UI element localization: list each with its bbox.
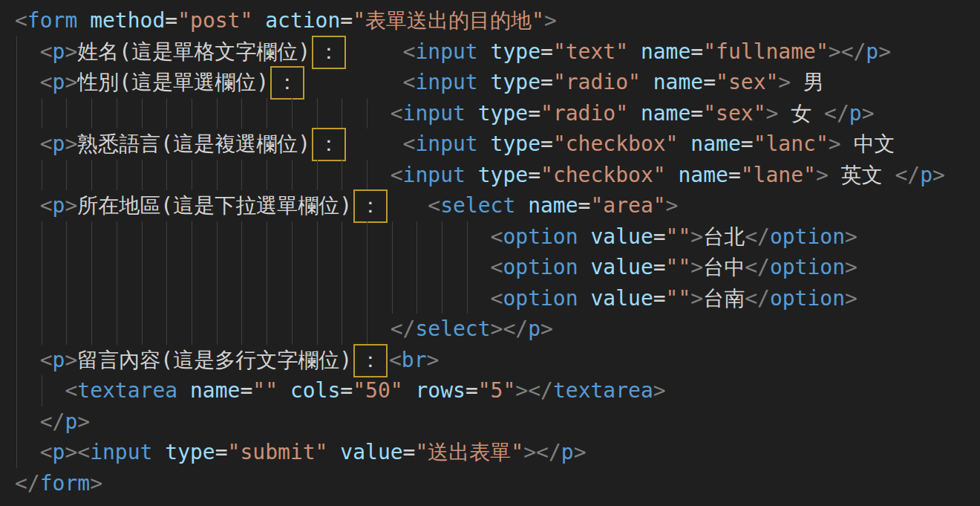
code-text: <p><input type="submit" value="送出表單"></p… [40,437,587,468]
code-token: "checkbox" [553,132,679,156]
code-token: </ [528,378,553,403]
code-token: = [540,39,553,64]
code-token: name [641,39,690,64]
code-line[interactable]: <option value="">台中</option> [0,252,980,283]
code-line[interactable]: <input type="radio" name="sex"> 女 </p> [0,98,980,129]
indent-guide [16,345,17,376]
indent-guide [241,160,242,191]
code-line[interactable]: <p>留言內容(這是多行文字欄位)：<br> [0,345,980,376]
code-token: </ [391,317,416,341]
code-token: > [65,440,77,464]
indent-guide [91,314,92,345]
code-token: = [165,8,177,33]
code-token: </ [824,101,849,126]
indent-guide [16,252,17,283]
code-text: <select name="area"> [428,190,678,221]
code-token: name [641,101,690,126]
code-line[interactable]: <p>所在地區(這是下拉選單欄位)：<select name="area"> [0,190,980,221]
code-line[interactable]: </p> [0,406,980,438]
code-editor[interactable]: <form method="post" action="表單送出的目的地"><p… [0,0,980,506]
code-token: = [540,132,553,156]
code-token: < [40,348,53,372]
code-text: <option value="">台北</option> [491,221,858,253]
code-line[interactable]: </form> [0,468,980,499]
code-line[interactable]: <p>性別(這是單選欄位)：<input type="radio" name="… [0,67,980,98]
code-token: p [53,193,65,218]
code-text: <p>性別(這是單選欄位)： [40,67,306,98]
code-token: option [503,255,578,279]
code-token: value [340,440,402,464]
code-token: select [440,193,515,218]
code-token [478,70,491,94]
code-token: > [666,193,679,218]
code-token: < [491,224,503,249]
code-token: p [65,409,77,434]
code-line[interactable]: <option value="">台南</option> [0,283,980,314]
indent-guide [42,283,42,314]
code-token: </ [895,163,921,187]
indent-guide [317,283,318,314]
code-token: "checkbox" [540,163,666,187]
code-token: = [690,101,703,126]
code-line[interactable]: <p>熟悉語言(這是複選欄位)：<input type="checkbox" n… [0,129,980,160]
indent-guide [16,190,17,221]
code-token: p [849,101,862,126]
indent-guide [166,160,167,191]
code-token: = [340,378,353,403]
indent-guide [267,98,267,129]
code-token: input [415,132,477,156]
code-line[interactable]: <p><input type="submit" value="送出表單"></p… [0,437,980,468]
unicode-highlight-box: ： [353,344,388,377]
code-line[interactable]: </select></p> [0,314,980,345]
code-line[interactable]: <input type="checkbox" name="lane"> 英文 <… [0,160,980,191]
indent-guide [317,314,318,345]
code-token: = [240,378,252,403]
code-line[interactable]: <p>姓名(這是單格文字欄位)：<input type="text" name=… [0,36,980,68]
indent-guide [392,283,393,314]
indent-guide [91,221,92,253]
code-token: value [590,255,653,279]
indent-guide [367,252,368,283]
indent-guide [16,67,17,98]
code-token: cols [290,378,340,403]
indent-guide [442,283,442,314]
code-token: </ [745,286,770,311]
code-line[interactable]: <textarea name="" cols="50" rows="5"></t… [0,375,980,406]
indent-guide [442,252,442,283]
code-token: </ [15,471,40,496]
code-token: > [778,70,791,94]
indent-guide [117,221,117,253]
indent-guide [66,98,67,129]
code-token: > [574,440,587,464]
code-token: "post" [177,8,252,33]
code-token: p [920,163,932,187]
code-token: > [690,224,703,249]
code-token: = [653,286,666,311]
indent-guide [342,221,342,253]
indent-guide [317,252,318,283]
code-token: < [391,101,403,126]
code-token [515,193,528,218]
unicode-highlight-box: ： [270,66,304,100]
code-token: > [816,163,829,187]
code-token: = [653,255,666,279]
indent-guide [66,283,67,314]
indent-guide [241,252,242,283]
code-token: = [690,39,703,64]
code-token: 台南 [703,286,745,311]
code-text: </select></p> [391,314,553,345]
indent-guide [241,283,242,314]
code-line[interactable]: <form method="post" action="表單送出的目的地"> [0,5,980,36]
indent-guide [117,283,117,314]
indent-guide [42,221,42,253]
code-token: > [65,132,77,156]
indent-guide [342,98,342,129]
indent-guide [367,160,368,191]
code-token: option [503,286,578,311]
code-token: < [389,348,402,372]
code-token: action [265,8,340,33]
code-token: "" [666,255,691,279]
code-line[interactable]: <option value="">台北</option> [0,221,980,253]
code-token: > [862,101,875,126]
indent-guide [66,160,67,191]
